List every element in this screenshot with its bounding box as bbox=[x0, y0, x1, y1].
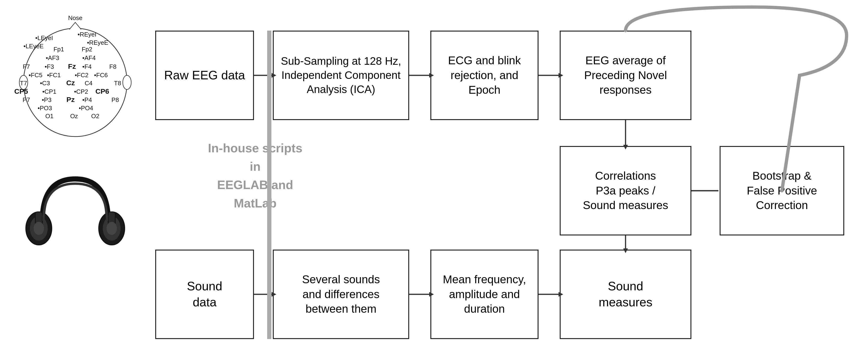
svg-text:•C3: •C3 bbox=[40, 80, 50, 87]
svg-text:•P3: •P3 bbox=[42, 96, 52, 103]
mean-frequency-label: Mean frequency,amplitude andduration bbox=[443, 272, 526, 316]
inhouse-label: In-house scripts inEEGLAB and MatLab bbox=[205, 139, 306, 213]
svg-text:C4: C4 bbox=[85, 80, 92, 87]
ecg-label: ECG and blinkrejection, andEpoch bbox=[448, 53, 521, 97]
several-sounds-box: Several soundsand differencesbetween the… bbox=[273, 250, 409, 339]
svg-text:•PO3: •PO3 bbox=[38, 105, 52, 112]
svg-text:T8: T8 bbox=[114, 80, 121, 87]
svg-text:Pz: Pz bbox=[66, 95, 74, 103]
subsampling-label: Sub-Sampling at 128 Hz,Independent Compo… bbox=[281, 54, 401, 96]
svg-text:F7: F7 bbox=[23, 63, 30, 70]
subsampling-box: Sub-Sampling at 128 Hz,Independent Compo… bbox=[273, 31, 409, 120]
svg-text:•PO4: •PO4 bbox=[79, 105, 93, 112]
svg-text:T7: T7 bbox=[20, 80, 27, 87]
svg-text:•LEyeE: •LEyeE bbox=[24, 42, 44, 50]
svg-text:•FC1: •FC1 bbox=[47, 72, 61, 79]
svg-text:•F3: •F3 bbox=[45, 63, 54, 70]
svg-text:•F4: •F4 bbox=[82, 63, 91, 70]
svg-text:•REyeI: •REyeI bbox=[78, 31, 96, 38]
svg-text:CP5: CP5 bbox=[14, 87, 28, 95]
svg-text:CP6: CP6 bbox=[95, 87, 109, 95]
eeg-average-label: EEG average ofPreceding Novelresponses bbox=[584, 53, 667, 97]
svg-text:F8: F8 bbox=[110, 63, 116, 70]
correlations-label: CorrelationsP3a peaks /Sound measures bbox=[583, 169, 668, 213]
sound-measures-box: Soundmeasures bbox=[560, 250, 691, 339]
svg-point-46 bbox=[34, 222, 44, 235]
svg-text:O2: O2 bbox=[91, 113, 99, 120]
svg-text:•CP2: •CP2 bbox=[74, 88, 88, 95]
svg-text:P8: P8 bbox=[112, 96, 119, 103]
svg-text:•FC6: •FC6 bbox=[94, 72, 108, 79]
svg-text:•FC5: •FC5 bbox=[29, 72, 42, 79]
eeg-average-box: EEG average ofPreceding Novelresponses bbox=[560, 31, 691, 120]
svg-text:•FC2: •FC2 bbox=[75, 72, 88, 79]
svg-text:•LEyeI: •LEyeI bbox=[35, 34, 53, 41]
raw-eeg-box: Raw EEG data bbox=[155, 31, 254, 120]
ecg-box: ECG and blinkrejection, andEpoch bbox=[430, 31, 538, 120]
svg-text:Cz: Cz bbox=[66, 79, 75, 87]
headphones-image bbox=[9, 155, 141, 287]
svg-text:Nose: Nose bbox=[68, 15, 83, 22]
sound-data-label: Sounddata bbox=[187, 278, 222, 310]
raw-eeg-label: Raw EEG data bbox=[164, 67, 245, 83]
bootstrap-label: Bootstrap &False PositiveCorrection bbox=[747, 169, 817, 213]
svg-point-47 bbox=[106, 222, 117, 235]
svg-text:Fp2: Fp2 bbox=[82, 46, 92, 53]
svg-text:Fz: Fz bbox=[68, 62, 76, 70]
correlations-box: CorrelationsP3a peaks /Sound measures bbox=[560, 146, 691, 235]
sound-measures-label: Soundmeasures bbox=[599, 278, 652, 310]
svg-text:O1: O1 bbox=[45, 113, 54, 120]
diagram: Nose •LEyeI •REyeI •LEyeE •REyeE Fp1 Fp2… bbox=[0, 0, 868, 340]
svg-text:•AF3: •AF3 bbox=[46, 54, 59, 61]
svg-text:Oz: Oz bbox=[70, 113, 78, 120]
several-sounds-label: Several soundsand differencesbetween the… bbox=[302, 272, 380, 316]
svg-text:•REyeE: •REyeE bbox=[87, 39, 108, 46]
svg-text:•AF4: •AF4 bbox=[82, 54, 96, 61]
svg-text:Fp1: Fp1 bbox=[54, 46, 64, 53]
svg-text:•CP1: •CP1 bbox=[42, 88, 56, 95]
svg-point-2 bbox=[123, 75, 131, 89]
svg-text:P7: P7 bbox=[23, 96, 30, 103]
bootstrap-box: Bootstrap &False PositiveCorrection bbox=[720, 146, 844, 235]
sound-data-box: Sounddata bbox=[155, 250, 254, 339]
eeg-head-diagram: Nose •LEyeI •REyeI •LEyeE •REyeE Fp1 Fp2… bbox=[9, 9, 141, 141]
mean-frequency-box: Mean frequency,amplitude andduration bbox=[430, 250, 538, 339]
svg-text:•P4: •P4 bbox=[82, 96, 92, 103]
